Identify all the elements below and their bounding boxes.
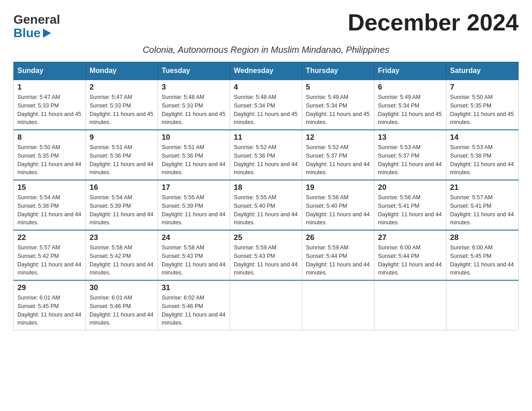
calendar-cell: 1 Sunrise: 5:47 AM Sunset: 5:33 PM Dayli…	[14, 80, 86, 130]
weekday-header-tuesday: Tuesday	[158, 62, 230, 80]
subtitle: Colonia, Autonomous Region in Muslim Min…	[13, 45, 519, 55]
calendar-cell: 8 Sunrise: 5:50 AM Sunset: 5:35 PM Dayli…	[14, 130, 86, 180]
calendar-cell: 16 Sunrise: 5:54 AM Sunset: 5:39 PM Dayl…	[86, 180, 158, 230]
day-number: 17	[162, 183, 226, 192]
day-info: Sunrise: 6:01 AM Sunset: 5:46 PM Dayligh…	[90, 294, 154, 327]
calendar-cell: 15 Sunrise: 5:54 AM Sunset: 5:38 PM Dayl…	[14, 180, 86, 230]
day-info: Sunrise: 5:49 AM Sunset: 5:34 PM Dayligh…	[306, 93, 370, 127]
day-number: 8	[17, 133, 82, 142]
weekday-header-sunday: Sunday	[14, 62, 86, 80]
day-number: 4	[234, 83, 298, 92]
day-number: 6	[378, 83, 442, 92]
day-info: Sunrise: 5:49 AM Sunset: 5:34 PM Dayligh…	[378, 93, 442, 127]
day-number: 5	[306, 83, 370, 92]
calendar-cell: 19 Sunrise: 5:56 AM Sunset: 5:40 PM Dayl…	[302, 180, 374, 230]
weekday-header-thursday: Thursday	[302, 62, 374, 80]
day-info: Sunrise: 5:57 AM Sunset: 5:41 PM Dayligh…	[450, 193, 515, 227]
day-number: 29	[17, 283, 82, 292]
weekday-header-monday: Monday	[86, 62, 158, 80]
day-number: 22	[17, 233, 82, 242]
day-info: Sunrise: 6:00 AM Sunset: 5:44 PM Dayligh…	[378, 244, 442, 277]
day-info: Sunrise: 5:52 AM Sunset: 5:36 PM Dayligh…	[234, 143, 298, 177]
day-info: Sunrise: 5:51 AM Sunset: 5:36 PM Dayligh…	[90, 143, 154, 177]
day-number: 3	[162, 83, 226, 92]
calendar-cell: 27 Sunrise: 6:00 AM Sunset: 5:44 PM Dayl…	[374, 230, 446, 280]
day-info: Sunrise: 5:48 AM Sunset: 5:34 PM Dayligh…	[234, 93, 298, 127]
day-info: Sunrise: 5:56 AM Sunset: 5:41 PM Dayligh…	[378, 193, 442, 227]
day-number: 10	[162, 133, 226, 142]
calendar-cell: 29 Sunrise: 6:01 AM Sunset: 5:45 PM Dayl…	[14, 280, 86, 330]
calendar-cell	[446, 280, 519, 330]
calendar-cell	[230, 280, 302, 330]
calendar-cell: 4 Sunrise: 5:48 AM Sunset: 5:34 PM Dayli…	[230, 80, 302, 130]
calendar-cell: 7 Sunrise: 5:50 AM Sunset: 5:35 PM Dayli…	[446, 80, 519, 130]
day-number: 12	[306, 133, 370, 142]
calendar-cell	[374, 280, 446, 330]
calendar-cell	[302, 280, 374, 330]
logo-triangle-icon	[43, 29, 51, 38]
day-number: 11	[234, 133, 298, 142]
day-info: Sunrise: 6:02 AM Sunset: 5:46 PM Dayligh…	[162, 294, 226, 327]
week-row-2: 8 Sunrise: 5:50 AM Sunset: 5:35 PM Dayli…	[14, 130, 519, 180]
day-info: Sunrise: 5:54 AM Sunset: 5:39 PM Dayligh…	[90, 193, 154, 227]
day-info: Sunrise: 5:51 AM Sunset: 5:36 PM Dayligh…	[162, 143, 226, 177]
week-row-3: 15 Sunrise: 5:54 AM Sunset: 5:38 PM Dayl…	[14, 180, 519, 230]
day-number: 21	[450, 183, 515, 192]
day-info: Sunrise: 5:53 AM Sunset: 5:38 PM Dayligh…	[450, 143, 515, 177]
calendar-cell: 30 Sunrise: 6:01 AM Sunset: 5:46 PM Dayl…	[86, 280, 158, 330]
calendar-cell: 9 Sunrise: 5:51 AM Sunset: 5:36 PM Dayli…	[86, 130, 158, 180]
calendar-cell: 25 Sunrise: 5:59 AM Sunset: 5:43 PM Dayl…	[230, 230, 302, 280]
calendar-cell: 24 Sunrise: 5:58 AM Sunset: 5:43 PM Dayl…	[158, 230, 230, 280]
calendar-cell: 6 Sunrise: 5:49 AM Sunset: 5:34 PM Dayli…	[374, 80, 446, 130]
logo: General Blue	[13, 13, 60, 40]
day-number: 19	[306, 183, 370, 192]
calendar-cell: 2 Sunrise: 5:47 AM Sunset: 5:33 PM Dayli…	[86, 80, 158, 130]
day-info: Sunrise: 5:47 AM Sunset: 5:33 PM Dayligh…	[17, 93, 82, 127]
day-number: 14	[450, 133, 515, 142]
weekday-header-friday: Friday	[374, 62, 446, 80]
page-title: December 2024	[348, 9, 519, 36]
day-info: Sunrise: 6:00 AM Sunset: 5:45 PM Dayligh…	[450, 244, 515, 277]
day-number: 30	[90, 283, 154, 292]
day-info: Sunrise: 5:59 AM Sunset: 5:43 PM Dayligh…	[234, 244, 298, 277]
day-number: 2	[90, 83, 154, 92]
week-row-4: 22 Sunrise: 5:57 AM Sunset: 5:42 PM Dayl…	[14, 230, 519, 280]
calendar-cell: 10 Sunrise: 5:51 AM Sunset: 5:36 PM Dayl…	[158, 130, 230, 180]
weekday-header-wednesday: Wednesday	[230, 62, 302, 80]
calendar-cell: 17 Sunrise: 5:55 AM Sunset: 5:39 PM Dayl…	[158, 180, 230, 230]
day-number: 9	[90, 133, 154, 142]
day-info: Sunrise: 5:56 AM Sunset: 5:40 PM Dayligh…	[306, 193, 370, 227]
calendar-cell: 22 Sunrise: 5:57 AM Sunset: 5:42 PM Dayl…	[14, 230, 86, 280]
calendar-cell: 13 Sunrise: 5:53 AM Sunset: 5:37 PM Dayl…	[374, 130, 446, 180]
calendar-cell: 5 Sunrise: 5:49 AM Sunset: 5:34 PM Dayli…	[302, 80, 374, 130]
day-number: 23	[90, 233, 154, 242]
day-info: Sunrise: 5:50 AM Sunset: 5:35 PM Dayligh…	[17, 143, 82, 177]
day-info: Sunrise: 5:55 AM Sunset: 5:39 PM Dayligh…	[162, 193, 226, 227]
day-info: Sunrise: 5:59 AM Sunset: 5:44 PM Dayligh…	[306, 244, 370, 277]
day-info: Sunrise: 5:55 AM Sunset: 5:40 PM Dayligh…	[234, 193, 298, 227]
day-info: Sunrise: 5:50 AM Sunset: 5:35 PM Dayligh…	[450, 93, 515, 127]
day-number: 26	[306, 233, 370, 242]
logo-general-text: General	[13, 13, 60, 26]
day-info: Sunrise: 5:54 AM Sunset: 5:38 PM Dayligh…	[17, 193, 82, 227]
day-number: 20	[378, 183, 442, 192]
day-number: 15	[17, 183, 82, 192]
day-number: 25	[234, 233, 298, 242]
calendar-cell: 28 Sunrise: 6:00 AM Sunset: 5:45 PM Dayl…	[446, 230, 519, 280]
day-info: Sunrise: 5:53 AM Sunset: 5:37 PM Dayligh…	[378, 143, 442, 177]
calendar-cell: 18 Sunrise: 5:55 AM Sunset: 5:40 PM Dayl…	[230, 180, 302, 230]
day-info: Sunrise: 5:58 AM Sunset: 5:42 PM Dayligh…	[90, 244, 154, 277]
day-info: Sunrise: 5:47 AM Sunset: 5:33 PM Dayligh…	[90, 93, 154, 127]
calendar-cell: 20 Sunrise: 5:56 AM Sunset: 5:41 PM Dayl…	[374, 180, 446, 230]
day-info: Sunrise: 5:57 AM Sunset: 5:42 PM Dayligh…	[17, 244, 82, 277]
week-row-5: 29 Sunrise: 6:01 AM Sunset: 5:45 PM Dayl…	[14, 280, 519, 330]
logo-blue-text: Blue	[13, 26, 51, 40]
header: General Blue December 2024	[13, 9, 519, 40]
calendar-cell: 14 Sunrise: 5:53 AM Sunset: 5:38 PM Dayl…	[446, 130, 519, 180]
calendar-cell: 26 Sunrise: 5:59 AM Sunset: 5:44 PM Dayl…	[302, 230, 374, 280]
day-number: 27	[378, 233, 442, 242]
day-info: Sunrise: 5:58 AM Sunset: 5:43 PM Dayligh…	[162, 244, 226, 277]
day-info: Sunrise: 5:52 AM Sunset: 5:37 PM Dayligh…	[306, 143, 370, 177]
calendar-cell: 21 Sunrise: 5:57 AM Sunset: 5:41 PM Dayl…	[446, 180, 519, 230]
weekday-header-saturday: Saturday	[446, 62, 519, 80]
